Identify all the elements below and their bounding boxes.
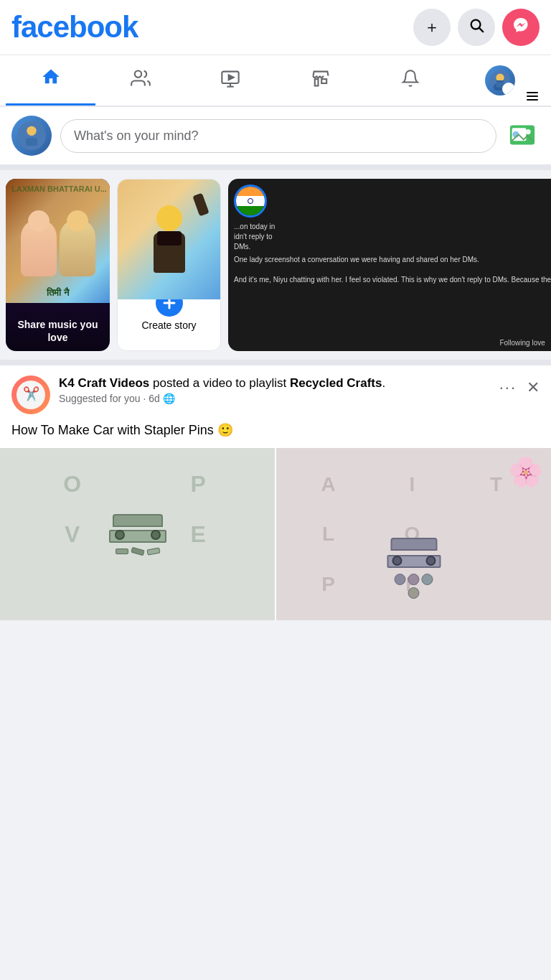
story-text-1: ...on today inidn't reply toDMs. One lad… xyxy=(228,179,551,291)
post-image-left: OP VE xyxy=(0,448,275,620)
svg-rect-17 xyxy=(26,138,37,146)
header: facebook ＋ xyxy=(0,0,551,55)
svg-rect-8 xyxy=(321,79,326,83)
post-meta-info: K4 Craft Videos posted a video to playli… xyxy=(59,375,491,404)
svg-marker-6 xyxy=(229,75,234,80)
nav-watch[interactable] xyxy=(186,55,276,106)
story-create[interactable]: Create story xyxy=(117,179,221,351)
story-post-1[interactable]: ...on today inidn't reply toDMs. One lad… xyxy=(228,179,551,351)
header-actions: ＋ xyxy=(413,9,540,46)
story-music[interactable]: LAXMAN BHATTARAI U... तिमी नै Share musi… xyxy=(6,179,110,351)
svg-point-2 xyxy=(135,70,141,77)
search-icon xyxy=(468,17,484,37)
create-story-label: Create story xyxy=(141,319,196,331)
add-icon: ＋ xyxy=(424,17,440,38)
svg-rect-14 xyxy=(496,82,504,87)
svg-point-16 xyxy=(27,126,36,136)
navigation-bar xyxy=(0,55,551,107)
post-media: OP VE xyxy=(0,448,551,620)
post-input-field[interactable]: What's on your mind? xyxy=(60,119,496,153)
messenger-icon xyxy=(512,17,529,38)
profile-avatar xyxy=(485,65,515,95)
story-follow-text: Following love xyxy=(228,339,551,347)
nav-notifications[interactable] xyxy=(365,55,455,106)
search-button[interactable] xyxy=(458,9,495,46)
post-more-options-button[interactable]: ··· xyxy=(499,378,517,397)
marketplace-icon xyxy=(311,68,331,93)
post-title: How To Make Car with Stapler Pins 🙂 xyxy=(0,421,551,448)
post-page-name: K4 Craft Videos posted a video to playli… xyxy=(59,375,491,391)
svg-point-13 xyxy=(497,74,504,80)
music-story-label: Share music you love xyxy=(6,318,110,344)
post-page-avatar: ✂️ xyxy=(11,375,50,414)
post-composer-bar: What's on your mind? xyxy=(0,107,551,170)
stories-section: LAXMAN BHATTARAI U... तिमी नै Share musi… xyxy=(0,170,551,365)
photo-video-button[interactable] xyxy=(505,118,540,153)
story-avatar-ring xyxy=(234,185,267,218)
nav-friends[interactable] xyxy=(95,55,185,106)
post-header: ✂️ K4 Craft Videos posted a video to pla… xyxy=(0,365,551,421)
svg-point-20 xyxy=(526,129,531,134)
post-close-button[interactable]: ✕ xyxy=(527,378,540,397)
post-action-buttons: ··· ✕ xyxy=(499,375,540,397)
add-button[interactable]: ＋ xyxy=(413,9,451,46)
hamburger-menu-icon xyxy=(525,91,540,101)
friends-icon xyxy=(130,68,151,93)
watch-icon xyxy=(220,68,240,93)
nav-profile[interactable] xyxy=(456,55,545,106)
post-sub-info: Suggested for you · 6d 🌐 xyxy=(59,393,491,404)
bell-icon xyxy=(401,68,420,93)
nav-marketplace[interactable] xyxy=(276,55,365,106)
feed-post: ✂️ K4 Craft Videos posted a video to pla… xyxy=(0,365,551,620)
post-image-right: 🌸 AIT LO PE xyxy=(276,448,551,620)
facebook-logo: facebook xyxy=(11,10,138,45)
svg-rect-7 xyxy=(314,79,318,85)
globe-icon: 🌐 xyxy=(163,393,175,404)
home-icon xyxy=(41,67,61,92)
nav-home[interactable] xyxy=(6,55,95,106)
messenger-button[interactable] xyxy=(502,9,540,46)
user-avatar-small xyxy=(11,116,52,156)
svg-line-1 xyxy=(479,28,483,32)
svg-text:✂️: ✂️ xyxy=(23,386,40,402)
